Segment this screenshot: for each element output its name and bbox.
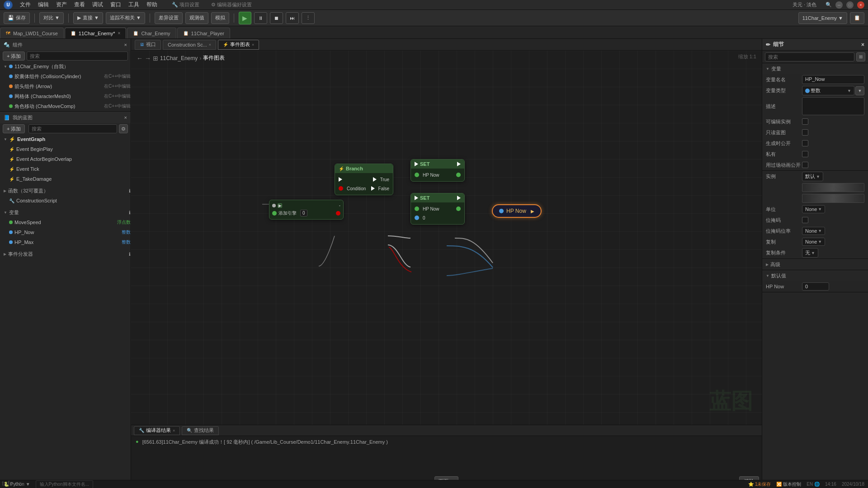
custom-value-badge[interactable]: 0 (300, 210, 307, 216)
var-hpmax[interactable]: HP_Max 整数 (0, 237, 131, 247)
add-component-button[interactable]: + 添加 (3, 52, 25, 61)
unit-dropdown[interactable]: None ▼ (802, 205, 825, 213)
menu-help[interactable]: 帮助 (146, 1, 157, 9)
eventgraph-tab-close[interactable]: × (252, 42, 254, 47)
stop-button[interactable]: ⏹ (270, 12, 283, 24)
menu-edit[interactable]: 编辑 (38, 1, 49, 9)
bitmask-checkbox[interactable] (802, 217, 808, 223)
component-collision[interactable]: 胶囊体组件 (CollisionCylinder) 在C++中编辑 (0, 71, 131, 81)
vartype-dropdown[interactable]: 整数 ▼ (802, 86, 854, 95)
save-status[interactable]: ⭐ 1未保存 (748, 481, 771, 488)
tab-char-enemy[interactable]: 📋 11Char_Enemy* × (65, 28, 127, 38)
event-beginplay[interactable]: ⚡ Event BeginPlay (0, 144, 131, 154)
functions-section-item[interactable]: ▶ 函数（32可覆盖） ℹ (0, 186, 131, 196)
minimize-button[interactable]: ─ (835, 1, 843, 9)
replication-dropdown[interactable]: 默认 ▼ (802, 172, 823, 181)
eventdisp-section-item[interactable]: ▶ 事件分发器 ℹ (0, 249, 131, 259)
functions-add[interactable]: ℹ (129, 188, 131, 193)
compare-button[interactable]: 对比 ▼ (39, 12, 64, 24)
varname-value[interactable]: HP_Now (802, 75, 864, 84)
details-close[interactable]: × (861, 42, 864, 48)
default-header[interactable]: ▼ 默认值 (762, 270, 868, 281)
vartype-settings-btn[interactable]: ▼ (855, 86, 864, 95)
bitmask-enum-dropdown[interactable]: None ▼ (802, 227, 825, 235)
eventdisp-add[interactable]: ℹ (129, 252, 131, 257)
components-search-input[interactable] (27, 52, 128, 61)
tab-map[interactable]: 🗺 Map_LWD1_Course (0, 28, 64, 38)
menu-window[interactable]: 窗口 (110, 1, 121, 9)
set1-node[interactable]: SET HP Now (410, 159, 465, 182)
components-header[interactable]: 🔩 组件 × (0, 39, 131, 51)
diff-button[interactable]: 追踪不相关 ▼ (106, 12, 145, 24)
replication2-dropdown[interactable]: None ▼ (802, 238, 825, 246)
run-button[interactable]: ▶ (239, 12, 251, 24)
construction-script-item[interactable]: 🔧 ConstructionScript (0, 196, 131, 206)
status-python-input[interactable]: 输入Python脚本文件名... (36, 480, 93, 488)
variables-section-item[interactable]: ▼ 变量 ℹ (0, 207, 131, 217)
default-hpnow-input[interactable] (802, 282, 829, 291)
menu-tools[interactable]: 工具 (128, 1, 139, 9)
details-search-input[interactable] (765, 52, 854, 61)
replication-cond-dropdown[interactable]: 无 ▼ (802, 248, 818, 258)
mybp-search-input[interactable] (28, 124, 117, 133)
var-hpnow[interactable]: HP_Now 整数 (0, 227, 131, 237)
find-results-tab[interactable]: 🔍 查找结果 (182, 426, 219, 435)
slider1-bar[interactable] (802, 183, 864, 192)
advanced-header[interactable]: ▶ 高级 (762, 259, 868, 270)
project-settings-link[interactable]: 🔧 项目设置 (172, 1, 199, 8)
details-grid-button[interactable]: ⊞ (856, 52, 865, 61)
breadcrumb-root[interactable]: 11Char_Enemy (160, 55, 198, 61)
blueprint-canvas[interactable]: ← → ⊞ 11Char_Enemy › 事件图表 缩放 1:1 (131, 51, 762, 425)
editable-checkbox[interactable] (802, 118, 808, 125)
private-checkbox[interactable] (802, 151, 808, 157)
menu-view[interactable]: 查看 (74, 1, 85, 9)
breadcrumb-arrows[interactable]: ← → (137, 55, 151, 62)
tab-char-enemy-close[interactable]: × (118, 31, 121, 36)
mybp-close[interactable]: × (124, 115, 127, 120)
event-tick[interactable]: ⚡ Event Tick (0, 164, 131, 174)
step-button[interactable]: ⏭ (286, 12, 299, 24)
menu-asset[interactable]: 资产 (56, 1, 67, 9)
values-button[interactable]: 观测值 (185, 12, 208, 24)
menu-debug[interactable]: 调试 (92, 1, 103, 9)
component-root[interactable]: ▼ 11Char_Enemy（自我） (0, 61, 131, 71)
construction-tab[interactable]: Construction Sc... × (163, 40, 216, 50)
var-movespeed[interactable]: MoveSpeed 浮点数 (0, 217, 131, 227)
mybp-gear-button[interactable]: ⚙ (119, 124, 128, 133)
construction-tab-close[interactable]: × (209, 42, 211, 47)
search-global[interactable]: 🔍 (826, 2, 832, 8)
tab-char-enemy2[interactable]: 📋 Char_Enemy (127, 28, 176, 38)
hpnow-var-node[interactable]: HP Now ▶ (492, 204, 542, 218)
variables-add[interactable]: ℹ (129, 210, 131, 215)
event-actoroverlap[interactable]: ⚡ Event ActorBeginOverlap (0, 154, 131, 164)
compiler-results-tab[interactable]: 🔧 编译器结果 × (134, 426, 180, 435)
eventgraph-tab[interactable]: ⚡ 事件图表 × (218, 40, 259, 50)
close-button[interactable]: × (857, 1, 864, 9)
class-dropdown[interactable]: 11Char_Enemy ▼ (798, 12, 847, 24)
component-arrow[interactable]: 箭头组件 (Arrow) 在C++中编辑 (0, 81, 131, 91)
eventgraph-item[interactable]: ▼ ⚡ EventGraph (0, 134, 131, 144)
component-mesh[interactable]: 网格体 (CharacterMesh0) 在C++中编辑 (0, 91, 131, 101)
add-mybp-button[interactable]: + 添加 (3, 124, 25, 133)
custom-node[interactable]: ▶ - 添加引擎 0 (269, 200, 344, 220)
save-button[interactable]: 💾 保存 (4, 12, 30, 24)
pause-button[interactable]: ⏸ (254, 12, 267, 24)
maximize-button[interactable]: □ (846, 1, 854, 9)
component-movement[interactable]: 角色移动 (CharMoveComp) 在C++中编辑 (0, 101, 131, 111)
play-button2[interactable]: ▶ 直接 ▼ (73, 12, 103, 24)
cinematic-checkbox[interactable] (802, 162, 808, 168)
menu-file[interactable]: 文件 (20, 1, 31, 9)
set2-node[interactable]: SET HP Now 0 (410, 193, 465, 225)
slider2-bar[interactable] (802, 194, 864, 203)
mybp-header[interactable]: 📘 我的蓝图 × (0, 112, 131, 123)
components-close[interactable]: × (124, 42, 127, 47)
more-button[interactable]: ⋮ (302, 12, 315, 24)
event-takedamage[interactable]: ⚡ E_TakeDamage (0, 174, 131, 184)
breadcrumb-grid[interactable]: ⊞ (153, 55, 158, 62)
viewport-tab[interactable]: 🖥 视口 (135, 40, 161, 50)
blueprint-settings[interactable]: 📋 (850, 12, 864, 24)
simulate-button[interactable]: 模拟 (211, 12, 229, 24)
desc-textarea[interactable] (802, 97, 864, 115)
readonly-checkbox[interactable] (802, 129, 808, 136)
version-control[interactable]: 🔀 版本控制 (776, 481, 801, 488)
